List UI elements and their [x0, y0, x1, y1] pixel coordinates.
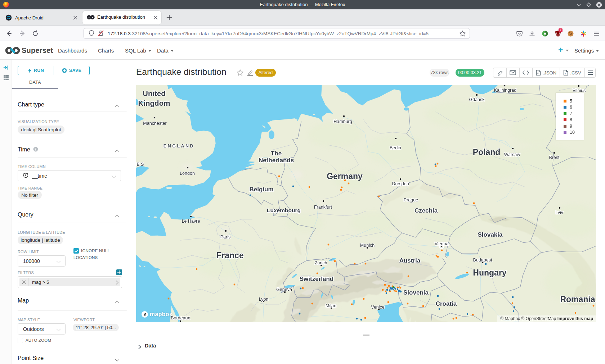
svg-text:Slovakia: Slovakia	[478, 231, 503, 238]
svg-text:Lyon: Lyon	[259, 297, 269, 302]
svg-text:Munich: Munich	[360, 243, 375, 248]
svg-text:Bordeaux: Bordeaux	[171, 315, 190, 320]
svg-text:France: France	[216, 251, 243, 260]
svg-text:Dresden: Dresden	[392, 181, 409, 186]
svg-text:Gdansk: Gdansk	[469, 97, 485, 102]
svg-text:Romania: Romania	[560, 295, 595, 304]
svg-text:Austria: Austria	[399, 257, 421, 264]
svg-text:Prague: Prague	[404, 197, 418, 203]
svg-text:The: The	[271, 150, 282, 157]
svg-text:Lviv: Lviv	[555, 210, 564, 215]
svg-text:Czechia: Czechia	[414, 207, 438, 214]
svg-text:Manchester: Manchester	[143, 121, 166, 126]
svg-text:Vienna: Vienna	[435, 241, 449, 246]
svg-text:Switzerland: Switzerland	[300, 276, 333, 282]
svg-text:Berlin: Berlin	[390, 145, 401, 150]
svg-text:London: London	[180, 171, 195, 176]
svg-text:Luxembourg: Luxembourg	[267, 207, 301, 213]
svg-text:Geneva: Geneva	[276, 287, 292, 292]
svg-text:Warsaw: Warsaw	[504, 152, 521, 157]
svg-text:Hamburg: Hamburg	[333, 119, 352, 124]
svg-text:United: United	[143, 89, 166, 97]
svg-text:Paris: Paris	[220, 235, 230, 240]
svg-text:Le Havre: Le Havre	[182, 219, 200, 224]
svg-text:Venice: Venice	[371, 305, 385, 310]
svg-text:Poland: Poland	[473, 147, 501, 157]
svg-text:Milan: Milan	[326, 303, 336, 308]
svg-text:Vilnius: Vilnius	[573, 88, 586, 93]
svg-text:Netherlands: Netherlands	[259, 157, 294, 164]
svg-text:ES: ES	[136, 162, 145, 167]
svg-text:ENGLAND: ENGLAND	[163, 144, 194, 149]
svg-text:Kingdom: Kingdom	[138, 99, 170, 107]
svg-text:Zurich: Zurich	[315, 260, 327, 265]
svg-text:x: x	[565, 72, 566, 75]
svg-text:Belgium: Belgium	[249, 186, 273, 193]
svg-text:Germany: Germany	[327, 172, 363, 181]
svg-text:Hungary: Hungary	[473, 268, 507, 277]
svg-text:Frankfurt: Frankfurt	[314, 205, 332, 210]
svg-text:Kaliningrad: Kaliningrad	[494, 88, 517, 93]
svg-text:Budapest: Budapest	[473, 258, 492, 263]
svg-text:Slovenia: Slovenia	[403, 289, 429, 296]
svg-text:Croatia: Croatia	[436, 300, 457, 307]
svg-text:Brest: Brest	[549, 155, 560, 160]
